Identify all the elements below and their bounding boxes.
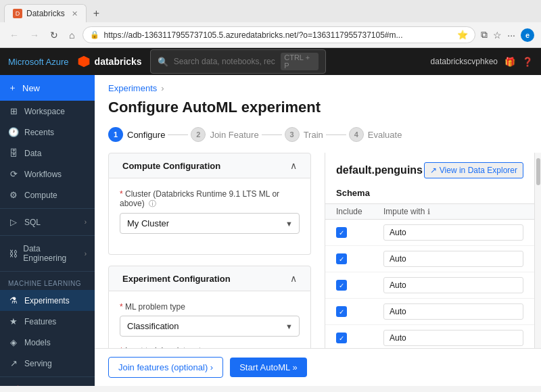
compute-section-header[interactable]: Compute Configuration ∧: [108, 153, 311, 178]
back-button[interactable]: ←: [7, 28, 22, 42]
sidebar-item-experiments[interactable]: ⚗ Experiments: [0, 290, 95, 311]
sidebar-item-compute[interactable]: ⚙ Compute: [0, 185, 95, 205]
join-features-button[interactable]: Join features (optional) ›: [108, 357, 223, 378]
experiment-section-header[interactable]: Experiment Configuration ∧: [108, 266, 311, 291]
view-explorer-button[interactable]: ↗ View in Data Explorer: [424, 162, 523, 178]
impute-input-5[interactable]: [383, 330, 523, 346]
compute-section-wrapper: Compute Configuration ∧ * Cluster (Datab…: [95, 153, 325, 255]
checkbox-5[interactable]: ✓: [336, 333, 347, 343]
checkbox-tick-4: ✓: [339, 308, 344, 316]
checkbox-3[interactable]: ✓: [336, 280, 347, 291]
new-button[interactable]: ＋ New: [0, 75, 95, 101]
active-tab[interactable]: D Databricks ✕: [4, 4, 87, 22]
step-line-1: [168, 134, 188, 135]
cluster-select[interactable]: My Cluster: [120, 213, 300, 234]
impute-input-2[interactable]: [383, 251, 523, 267]
machine-learning-section: Machine Learning: [0, 274, 95, 290]
cluster-select-wrapper: My Cluster ▼: [120, 213, 300, 234]
include-column-header: Include: [336, 207, 383, 216]
search-input[interactable]: [174, 57, 276, 66]
more-icon[interactable]: ···: [507, 30, 515, 41]
ml-problem-select-wrapper: Classification Regression Forecasting ▼: [120, 316, 300, 337]
view-explorer-label: View in Data Explorer: [440, 166, 517, 175]
refresh-button[interactable]: ↻: [47, 28, 61, 42]
v-scroll-thumb[interactable]: [536, 158, 540, 185]
right-panel: default.penguins ↗ View in Data Explorer…: [325, 153, 534, 348]
checkbox-4[interactable]: ✓: [336, 306, 347, 317]
sidebar-item-data[interactable]: 🗄 Data: [0, 143, 95, 164]
checkbox-1[interactable]: ✓: [336, 227, 347, 238]
ml-required: *: [120, 302, 125, 312]
schema-table-header: Include Impute with ℹ: [325, 203, 534, 220]
features-label: Features: [24, 317, 56, 326]
search-bar[interactable]: 🔍 CTRL + P: [150, 49, 326, 74]
workflows-icon: ⟳: [8, 169, 19, 179]
step-2-label: Join Feature: [210, 130, 258, 140]
sql-icon: ▷: [8, 217, 19, 227]
ml-problem-label: * ML problem type: [120, 302, 300, 312]
checkbox-2[interactable]: ✓: [336, 253, 347, 264]
ml-problem-select[interactable]: Classification Regression Forecasting: [120, 316, 300, 337]
search-icon: 🔍: [158, 57, 168, 67]
sql-label: SQL: [24, 218, 41, 227]
impute-input-3[interactable]: [383, 277, 523, 293]
main-content: Experiments › Configure AutoML experimen…: [95, 75, 541, 386]
impute-input-4[interactable]: [383, 303, 523, 320]
sidebar-item-features[interactable]: ★ Features: [0, 311, 95, 332]
start-automl-button[interactable]: Start AutoML »: [230, 358, 307, 377]
sql-chevron: ›: [85, 218, 87, 226]
help-icon[interactable]: ❓: [522, 57, 533, 67]
vertical-scrollbar[interactable]: [534, 153, 541, 348]
databricks-icon: [77, 55, 91, 68]
sidebar-item-sql[interactable]: ▷ SQL ›: [0, 212, 95, 232]
features-icon: ★: [8, 316, 19, 326]
extensions-icon[interactable]: ⧉: [481, 29, 488, 41]
checkbox-tick-3: ✓: [339, 282, 344, 289]
sidebar: ＋ New ⊞ Workspace 🕐 Recents 🗄 Data ⟳ Wor…: [0, 75, 95, 386]
experiments-icon: ⚗: [8, 295, 19, 305]
sidebar-item-workspace[interactable]: ⊞ Workspace: [0, 101, 95, 122]
checkbox-tick-5: ✓: [339, 335, 344, 342]
recents-label: Recents: [24, 128, 54, 137]
sidebar-bottom: 🛒 Marketplace 🔗 Partner Connect ⊘ Disabl…: [0, 380, 95, 386]
svg-marker-0: [78, 56, 89, 68]
gift-icon[interactable]: 🎁: [504, 57, 515, 67]
breadcrumb-link[interactable]: Experiments: [108, 83, 157, 93]
sidebar-divider-4: [0, 376, 95, 377]
browser-toolbar-icons: ⧉ ☆ ··· e: [481, 28, 534, 42]
forward-button[interactable]: →: [27, 28, 42, 42]
impute-cell-4: [383, 303, 523, 320]
breadcrumb: Experiments ›: [95, 75, 541, 96]
home-button[interactable]: ⌂: [66, 28, 77, 42]
sidebar-item-recents[interactable]: 🕐 Recents: [0, 122, 95, 143]
sidebar-item-workflows[interactable]: ⟳ Workflows: [0, 164, 95, 185]
de-chevron: ›: [85, 250, 87, 258]
sidebar-divider-1: [0, 208, 95, 209]
edge-icon: e: [521, 28, 534, 42]
schema-row-2: ✓: [325, 246, 534, 272]
step-4-label: Evaluate: [368, 130, 402, 140]
schema-table: Include Impute with ℹ ✓: [325, 203, 534, 348]
step-1-circle: 1: [108, 127, 123, 142]
favorites-icon[interactable]: ☆: [493, 30, 502, 41]
new-tab-button[interactable]: +: [87, 5, 106, 22]
azure-logo: Microsoft Azure: [8, 57, 69, 67]
sidebar-item-models[interactable]: ◈ Models: [0, 332, 95, 353]
sidebar-item-marketplace[interactable]: 🛒 Marketplace: [0, 380, 95, 386]
impute-input-1[interactable]: [383, 224, 523, 241]
topbar: Microsoft Azure databricks 🔍 CTRL + P da…: [0, 48, 541, 75]
breadcrumb-separator: ›: [161, 83, 164, 93]
impute-cell-1: [383, 224, 523, 241]
compute-collapse-icon[interactable]: ∧: [290, 160, 297, 171]
serving-icon: ↗: [8, 358, 19, 368]
layout: ＋ New ⊞ Workspace 🕐 Recents 🗄 Data ⟳ Wor…: [0, 75, 541, 386]
data-label: Data: [24, 149, 41, 158]
tab-close-button[interactable]: ✕: [72, 9, 78, 18]
sidebar-item-data-engineering[interactable]: ⛓ Data Engineering ›: [0, 239, 95, 268]
experiment-collapse-icon[interactable]: ∧: [290, 273, 297, 284]
sidebar-item-serving[interactable]: ↗ Serving: [0, 353, 95, 374]
address-bar[interactable]: 🔒 https://adb-1363117955737105.5.azureda…: [83, 26, 475, 43]
step-configure: 1 Configure: [108, 127, 165, 142]
page-title: Configure AutoML experiment: [95, 96, 541, 127]
workflows-label: Workflows: [24, 170, 62, 179]
